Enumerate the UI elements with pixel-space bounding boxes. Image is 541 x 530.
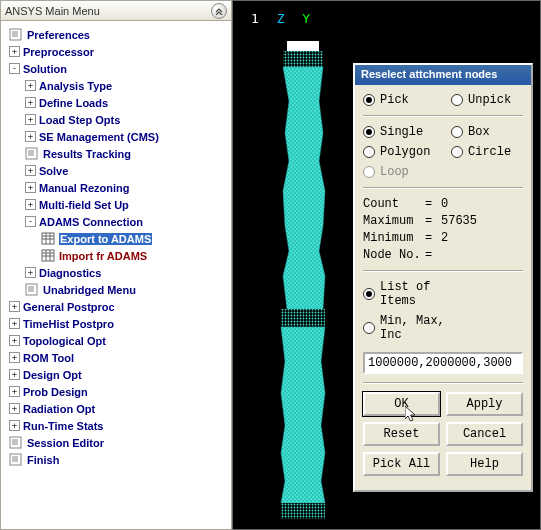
expand-icon[interactable]: + (25, 199, 36, 210)
node-no-label: Node No. (363, 248, 425, 262)
tree-item-label: Analysis Type (39, 80, 112, 92)
help-button[interactable]: Help (446, 452, 523, 476)
tree-item[interactable]: +Analysis Type (3, 77, 229, 94)
expand-icon[interactable]: + (9, 369, 20, 380)
tree-item[interactable]: Preferences (3, 26, 229, 43)
radio-icon (363, 126, 375, 138)
tree-item-label: Preprocessor (23, 46, 94, 58)
reset-button[interactable]: Reset (363, 422, 440, 446)
tree-item[interactable]: +Multi-field Set Up (3, 196, 229, 213)
expand-icon[interactable]: + (9, 318, 20, 329)
expand-icon[interactable]: + (9, 46, 20, 57)
tree-item[interactable]: +Manual Rezoning (3, 179, 229, 196)
tree-item[interactable]: +SE Management (CMS) (3, 128, 229, 145)
tree-item[interactable]: +Solve (3, 162, 229, 179)
radio-polygon[interactable]: Polygon (363, 145, 451, 159)
minimum-value: 2 (441, 231, 448, 245)
expand-icon[interactable]: + (25, 80, 36, 91)
tree-item-label: TimeHist Postpro (23, 318, 114, 330)
tree-item[interactable]: +ROM Tool (3, 349, 229, 366)
tree-item-label: Diagnostics (39, 267, 101, 279)
minimum-label: Minimum (363, 231, 425, 245)
tree-item[interactable]: -ADAMS Connection (3, 213, 229, 230)
tree-item[interactable]: +TimeHist Postpro (3, 315, 229, 332)
count-value: 0 (441, 197, 448, 211)
tree-item-label: Export to ADAMS (59, 233, 152, 245)
viewport[interactable]: 1 Z Y Reselect attchment nodes (232, 0, 541, 530)
radio-label: List of Items (380, 280, 451, 308)
expand-icon[interactable]: + (25, 131, 36, 142)
tree-item[interactable]: +General Postproc (3, 298, 229, 315)
tree-item[interactable]: +Load Step Opts (3, 111, 229, 128)
tree-item[interactable]: Import fr ADAMS (3, 247, 229, 264)
expand-icon[interactable]: + (9, 420, 20, 431)
expand-icon[interactable]: + (9, 301, 20, 312)
tree-item[interactable]: +Run-Time Stats (3, 417, 229, 434)
radio-box[interactable]: Box (451, 125, 490, 139)
tree-item[interactable]: +Radiation Opt (3, 400, 229, 417)
tree-item[interactable]: Unabridged Menu (3, 281, 229, 298)
svg-rect-35 (281, 309, 325, 327)
radio-circle[interactable]: Circle (451, 145, 511, 159)
axis-y-label: Y (302, 11, 310, 26)
separator (363, 382, 523, 384)
tree-item-label: Solution (23, 63, 67, 75)
apply-button[interactable]: Apply (446, 392, 523, 416)
maximum-value: 57635 (441, 214, 477, 228)
cancel-button[interactable]: Cancel (446, 422, 523, 446)
collapse-icon[interactable] (211, 3, 227, 19)
tree-item[interactable]: +Topological Opt (3, 332, 229, 349)
expand-icon[interactable]: + (25, 114, 36, 125)
expand-icon[interactable]: + (25, 97, 36, 108)
count-label: Count (363, 197, 425, 211)
ok-button[interactable]: OK (363, 392, 440, 416)
separator (363, 270, 523, 272)
tree-item[interactable]: +Preprocessor (3, 43, 229, 60)
panel-title: ANSYS Main Menu (5, 5, 211, 17)
svg-rect-33 (287, 41, 319, 51)
document-icon (9, 453, 24, 466)
tree-item-label: Prob Design (23, 386, 88, 398)
equals: = (425, 214, 441, 228)
tree-item-label: Finish (27, 454, 59, 466)
tree-item[interactable]: +Define Loads (3, 94, 229, 111)
separator (363, 187, 523, 189)
expand-icon[interactable]: + (9, 386, 20, 397)
expand-icon[interactable]: + (25, 182, 36, 193)
expand-icon[interactable]: + (9, 335, 20, 346)
collapse-icon[interactable]: - (25, 216, 36, 227)
tree-item[interactable]: Export to ADAMS (3, 230, 229, 247)
radio-icon (363, 288, 375, 300)
tree-item-label: Multi-field Set Up (39, 199, 129, 211)
radio-list-of-items[interactable]: List of Items (363, 280, 451, 308)
tree-item[interactable]: Results Tracking (3, 145, 229, 162)
expand-icon[interactable]: + (25, 267, 36, 278)
tree-item[interactable]: -Solution (3, 60, 229, 77)
expand-icon[interactable]: + (9, 403, 20, 414)
ansys-main-menu-panel: ANSYS Main Menu Preferences+Preprocessor… (0, 0, 232, 530)
tree-item[interactable]: Session Editor (3, 434, 229, 451)
tree-item[interactable]: Finish (3, 451, 229, 468)
panel-header: ANSYS Main Menu (1, 1, 231, 21)
collapse-icon[interactable]: - (9, 63, 20, 74)
tree-item-label: Unabridged Menu (43, 284, 136, 296)
document-icon (25, 283, 40, 296)
radio-icon (363, 94, 375, 106)
tree-item[interactable]: +Design Opt (3, 366, 229, 383)
tree-item-label: Import fr ADAMS (59, 250, 147, 262)
tree-item[interactable]: +Prob Design (3, 383, 229, 400)
expand-icon[interactable]: + (9, 352, 20, 363)
radio-label: Pick (380, 93, 409, 107)
radio-loop: Loop (363, 165, 451, 179)
pick-all-button[interactable]: Pick All (363, 452, 440, 476)
tree-item-label: Radiation Opt (23, 403, 95, 415)
radio-pick[interactable]: Pick (363, 93, 451, 107)
radio-single[interactable]: Single (363, 125, 451, 139)
radio-min-max-inc[interactable]: Min, Max, Inc (363, 314, 451, 342)
expand-icon[interactable]: + (25, 165, 36, 176)
dialog-title: Reselect attchment nodes (355, 65, 531, 85)
node-input[interactable] (363, 352, 523, 374)
radio-unpick[interactable]: Unpick (451, 93, 511, 107)
tree-item-label: General Postproc (23, 301, 115, 313)
tree-item[interactable]: +Diagnostics (3, 264, 229, 281)
